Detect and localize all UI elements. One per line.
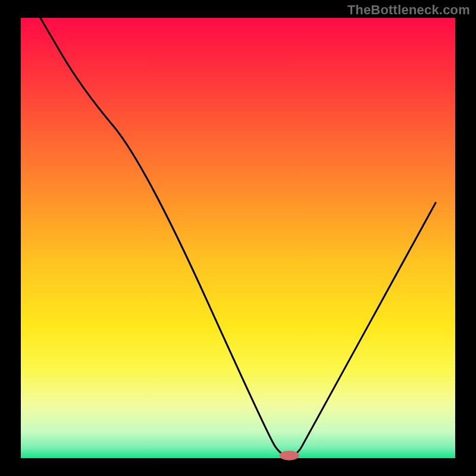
watermark-text: TheBottleneck.com [347, 2, 470, 18]
optimal-point-marker [279, 451, 299, 461]
chart-canvas: TheBottleneck.com [0, 0, 476, 476]
plot-background [21, 18, 455, 458]
bottleneck-chart [0, 0, 476, 476]
